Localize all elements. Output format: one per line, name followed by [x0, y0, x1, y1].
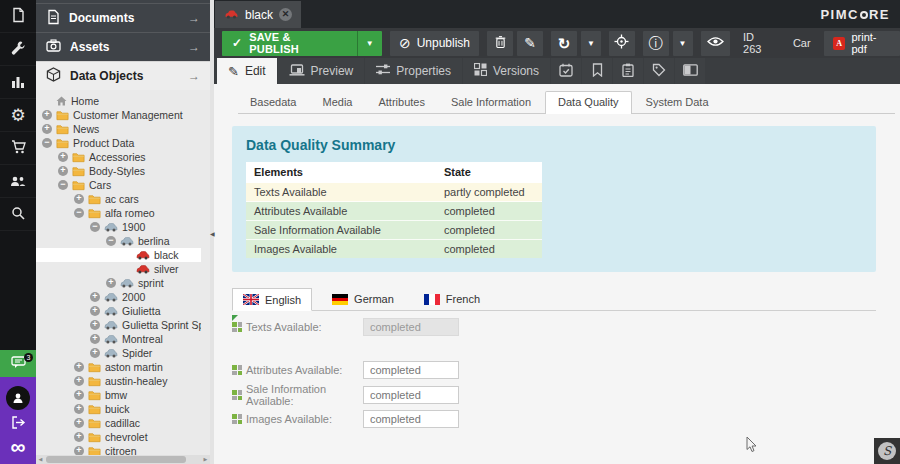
- language-tab-german[interactable]: German: [322, 288, 404, 310]
- expand-icon[interactable]: +: [74, 390, 84, 400]
- expand-icon[interactable]: +: [74, 418, 84, 428]
- field-input[interactable]: [363, 410, 459, 428]
- preview-visibility-button[interactable]: [701, 31, 730, 56]
- rail-ecommerce-button[interactable]: [0, 132, 36, 165]
- avatar[interactable]: [6, 386, 30, 410]
- expand-icon[interactable]: +: [106, 278, 116, 288]
- logout-icon[interactable]: [11, 415, 26, 433]
- tab-media[interactable]: Media: [310, 92, 364, 113]
- expand-icon[interactable]: +: [90, 306, 100, 316]
- tree-item[interactable]: +aston martin: [36, 360, 201, 374]
- tree-item[interactable]: +Body-Styles: [36, 164, 201, 178]
- tab-preview[interactable]: Preview: [278, 58, 365, 84]
- language-tab-french[interactable]: French: [414, 288, 490, 310]
- collapse-icon[interactable]: −: [106, 236, 116, 246]
- expand-icon[interactable]: +: [90, 334, 100, 344]
- tab-black[interactable]: black ✕: [215, 1, 301, 28]
- tree-item[interactable]: +sprint: [36, 276, 201, 290]
- info-button[interactable]: ⓘ: [643, 31, 669, 56]
- tree-item[interactable]: +ac cars: [36, 192, 201, 206]
- unpublish-button[interactable]: ⊘ Unpublish: [390, 31, 479, 56]
- tab-document-view[interactable]: [675, 58, 705, 84]
- tab-edit[interactable]: ✎ Edit: [217, 58, 277, 84]
- tab-attributes[interactable]: Attributes: [366, 92, 436, 113]
- tab-versions[interactable]: Versions: [463, 58, 550, 84]
- expand-icon[interactable]: +: [74, 404, 84, 414]
- collapse-icon[interactable]: −: [74, 208, 84, 218]
- tab-scheduler[interactable]: [551, 58, 581, 84]
- tree-item[interactable]: +austin-healey: [36, 374, 201, 388]
- tree-item[interactable]: +cadillac: [36, 416, 201, 430]
- delete-button[interactable]: [487, 31, 513, 56]
- tab-sale-information[interactable]: Sale Information: [439, 92, 543, 113]
- collapse-panel-icon[interactable]: ◀: [210, 230, 215, 237]
- tree-item[interactable]: +Customer Management: [36, 108, 201, 122]
- tree-item[interactable]: black: [36, 248, 201, 262]
- rail-customers-button[interactable]: [0, 165, 36, 198]
- tree-item[interactable]: −Product Data: [36, 136, 201, 150]
- scrollbar-thumb[interactable]: [46, 456, 186, 463]
- language-tab-english[interactable]: English: [232, 288, 312, 311]
- tab-notes[interactable]: [582, 58, 612, 84]
- tree-item[interactable]: +Accessories: [36, 150, 201, 164]
- accordion-documents[interactable]: Documents →: [36, 3, 210, 32]
- tree-item[interactable]: −berlina: [36, 234, 201, 248]
- tree-item[interactable]: +2000: [36, 290, 201, 304]
- tree-item[interactable]: Home: [36, 94, 201, 108]
- rail-reports-button[interactable]: [0, 66, 36, 99]
- collapse-icon[interactable]: −: [42, 138, 52, 148]
- rename-button[interactable]: ✎: [517, 31, 543, 56]
- accordion-assets[interactable]: Assets →: [36, 32, 210, 61]
- symfony-debug-toolbar[interactable]: S: [874, 438, 900, 464]
- locate-in-tree-button[interactable]: [609, 31, 635, 56]
- tree-item[interactable]: +Giulietta: [36, 304, 201, 318]
- expand-icon[interactable]: +: [90, 292, 100, 302]
- expand-icon[interactable]: +: [74, 362, 84, 372]
- expand-icon[interactable]: +: [42, 124, 52, 134]
- field-input[interactable]: [363, 318, 459, 336]
- collapse-icon[interactable]: −: [90, 222, 100, 232]
- tree-item[interactable]: +buick: [36, 402, 201, 416]
- expand-icon[interactable]: +: [90, 320, 100, 330]
- reload-options-button[interactable]: ▼: [581, 31, 601, 56]
- tree-item[interactable]: +bmw: [36, 388, 201, 402]
- expand-icon[interactable]: +: [74, 432, 84, 442]
- pimcore-infinity-logo-icon[interactable]: ∞: [11, 438, 26, 456]
- tab-system-data[interactable]: System Data: [634, 92, 721, 113]
- expand-icon[interactable]: +: [58, 152, 68, 162]
- rail-search-button[interactable]: [0, 198, 36, 231]
- tab-data-quality[interactable]: Data Quality: [545, 91, 632, 114]
- tab-tags[interactable]: [644, 58, 674, 84]
- chat-button[interactable]: 3: [0, 350, 36, 377]
- expand-icon[interactable]: +: [58, 166, 68, 176]
- field-input[interactable]: [363, 361, 459, 379]
- accordion-data-objects[interactable]: Data Objects →: [36, 61, 210, 90]
- panel-splitter[interactable]: ◀: [210, 0, 214, 464]
- tree-item[interactable]: +citroen: [36, 444, 201, 455]
- tree-item[interactable]: +chevrolet: [36, 430, 201, 444]
- rail-tools-button[interactable]: [0, 33, 36, 66]
- tree-item[interactable]: −1900: [36, 220, 201, 234]
- tab-properties[interactable]: Properties: [365, 58, 462, 84]
- expand-icon[interactable]: +: [42, 110, 52, 120]
- tree-item[interactable]: silver: [36, 262, 201, 276]
- collapse-icon[interactable]: −: [58, 180, 68, 190]
- tree-horizontal-scrollbar[interactable]: ◀ ▶: [36, 455, 210, 464]
- reload-button[interactable]: ↻: [551, 31, 577, 56]
- scroll-left-icon[interactable]: ◀: [36, 455, 45, 464]
- expand-icon[interactable]: +: [74, 446, 84, 455]
- info-options-button[interactable]: ▼: [673, 31, 693, 56]
- tab-basedata[interactable]: Basedata: [238, 92, 308, 113]
- tab-reports[interactable]: [613, 58, 643, 84]
- save-options-caret[interactable]: ▼: [357, 31, 382, 56]
- rail-settings-button[interactable]: ⚙: [0, 99, 36, 132]
- tree-item[interactable]: +Montreal: [36, 332, 201, 346]
- tree-item[interactable]: +Gulietta Sprint Specia: [36, 318, 201, 332]
- scroll-right-icon[interactable]: ▶: [201, 455, 210, 464]
- field-input[interactable]: [363, 386, 459, 404]
- close-icon[interactable]: ✕: [279, 8, 292, 21]
- tree-item[interactable]: −Cars: [36, 178, 201, 192]
- save-publish-button[interactable]: ✓SAVE & PUBLISH ▼: [222, 31, 382, 56]
- rail-documents-button[interactable]: [0, 0, 36, 33]
- expand-icon[interactable]: +: [74, 376, 84, 386]
